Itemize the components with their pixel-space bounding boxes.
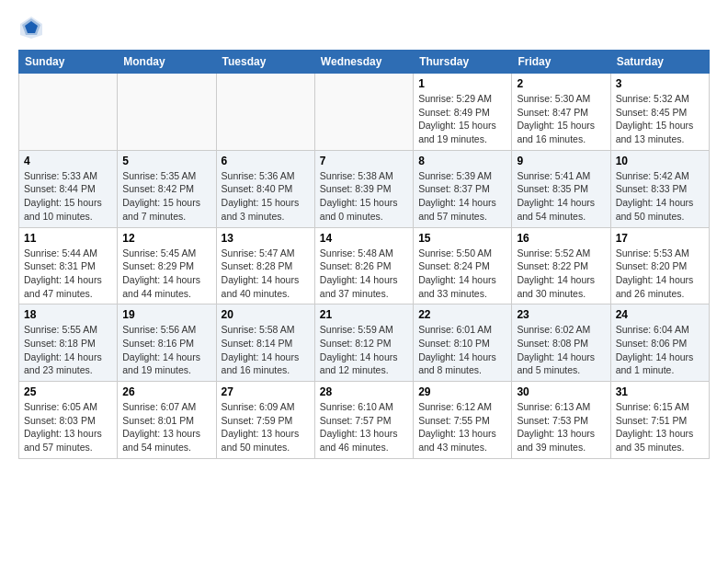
day-info: Sunrise: 5:35 AM Sunset: 8:42 PM Dayligh… bbox=[122, 169, 210, 224]
day-info: Sunrise: 5:48 AM Sunset: 8:26 PM Dayligh… bbox=[320, 247, 408, 301]
day-info: Sunrise: 5:29 AM Sunset: 8:49 PM Dayligh… bbox=[418, 92, 506, 146]
calendar-cell: 5Sunrise: 5:35 AM Sunset: 8:42 PM Daylig… bbox=[118, 150, 216, 227]
day-info: Sunrise: 5:42 AM Sunset: 8:33 PM Dayligh… bbox=[616, 169, 704, 224]
week-row-5: 25Sunrise: 6:05 AM Sunset: 8:03 PM Dayli… bbox=[19, 382, 710, 459]
week-row-1: 1Sunrise: 5:29 AM Sunset: 8:49 PM Daylig… bbox=[19, 74, 710, 151]
calendar-cell: 3Sunrise: 5:32 AM Sunset: 8:45 PM Daylig… bbox=[610, 74, 709, 151]
day-number: 15 bbox=[418, 232, 506, 245]
day-number: 31 bbox=[616, 385, 704, 398]
day-info: Sunrise: 6:07 AM Sunset: 8:01 PM Dayligh… bbox=[122, 400, 210, 454]
day-number: 22 bbox=[418, 308, 506, 321]
calendar-cell: 22Sunrise: 6:01 AM Sunset: 8:10 PM Dayli… bbox=[414, 304, 512, 382]
day-number: 25 bbox=[24, 385, 112, 398]
day-number: 12 bbox=[122, 232, 210, 245]
calendar-cell: 14Sunrise: 5:48 AM Sunset: 8:26 PM Dayli… bbox=[314, 227, 413, 304]
day-info: Sunrise: 6:02 AM Sunset: 8:08 PM Dayligh… bbox=[517, 323, 605, 377]
day-info: Sunrise: 5:52 AM Sunset: 8:22 PM Dayligh… bbox=[517, 247, 605, 301]
logo bbox=[18, 15, 48, 40]
logo-icon bbox=[18, 15, 44, 40]
calendar-cell: 20Sunrise: 5:58 AM Sunset: 8:14 PM Dayli… bbox=[216, 304, 314, 382]
day-info: Sunrise: 5:33 AM Sunset: 8:44 PM Dayligh… bbox=[24, 169, 112, 224]
day-number: 5 bbox=[122, 155, 210, 167]
calendar-cell: 2Sunrise: 5:30 AM Sunset: 8:47 PM Daylig… bbox=[512, 74, 610, 151]
day-number: 6 bbox=[222, 155, 310, 167]
week-row-2: 4Sunrise: 5:33 AM Sunset: 8:44 PM Daylig… bbox=[19, 150, 710, 227]
weekday-header-friday: Friday bbox=[512, 51, 610, 74]
calendar-cell: 13Sunrise: 5:47 AM Sunset: 8:28 PM Dayli… bbox=[216, 227, 314, 304]
day-number: 30 bbox=[517, 385, 605, 398]
calendar-cell: 24Sunrise: 6:04 AM Sunset: 8:06 PM Dayli… bbox=[610, 304, 709, 382]
calendar-cell: 16Sunrise: 5:52 AM Sunset: 8:22 PM Dayli… bbox=[512, 227, 610, 304]
page-header bbox=[18, 15, 710, 40]
day-info: Sunrise: 5:56 AM Sunset: 8:16 PM Dayligh… bbox=[122, 323, 210, 377]
day-info: Sunrise: 6:10 AM Sunset: 7:57 PM Dayligh… bbox=[320, 400, 408, 454]
weekday-header-wednesday: Wednesday bbox=[314, 51, 413, 74]
calendar-cell: 23Sunrise: 6:02 AM Sunset: 8:08 PM Dayli… bbox=[512, 304, 610, 382]
calendar-cell: 28Sunrise: 6:10 AM Sunset: 7:57 PM Dayli… bbox=[314, 382, 413, 459]
day-info: Sunrise: 5:32 AM Sunset: 8:45 PM Dayligh… bbox=[616, 92, 704, 146]
day-number: 18 bbox=[24, 308, 112, 321]
calendar-cell: 29Sunrise: 6:12 AM Sunset: 7:55 PM Dayli… bbox=[414, 382, 512, 459]
weekday-header-saturday: Saturday bbox=[610, 51, 709, 74]
day-number: 2 bbox=[517, 77, 605, 90]
day-number: 23 bbox=[517, 308, 605, 321]
day-info: Sunrise: 5:45 AM Sunset: 8:29 PM Dayligh… bbox=[122, 247, 210, 301]
day-info: Sunrise: 5:38 AM Sunset: 8:39 PM Dayligh… bbox=[320, 169, 408, 224]
day-info: Sunrise: 5:30 AM Sunset: 8:47 PM Dayligh… bbox=[517, 92, 605, 146]
weekday-header-row: SundayMondayTuesdayWednesdayThursdayFrid… bbox=[19, 51, 710, 74]
day-number: 17 bbox=[616, 232, 704, 245]
day-info: Sunrise: 6:13 AM Sunset: 7:53 PM Dayligh… bbox=[517, 400, 605, 454]
day-number: 3 bbox=[616, 77, 704, 90]
day-number: 13 bbox=[222, 232, 310, 245]
weekday-header-sunday: Sunday bbox=[19, 51, 118, 74]
calendar-cell: 1Sunrise: 5:29 AM Sunset: 8:49 PM Daylig… bbox=[414, 74, 512, 151]
day-number: 24 bbox=[616, 308, 704, 321]
week-row-3: 11Sunrise: 5:44 AM Sunset: 8:31 PM Dayli… bbox=[19, 227, 710, 304]
calendar-cell bbox=[216, 74, 314, 151]
day-info: Sunrise: 5:53 AM Sunset: 8:20 PM Dayligh… bbox=[616, 247, 704, 301]
calendar-table: SundayMondayTuesdayWednesdayThursdayFrid… bbox=[18, 50, 710, 459]
calendar-cell: 25Sunrise: 6:05 AM Sunset: 8:03 PM Dayli… bbox=[19, 382, 118, 459]
calendar-cell: 8Sunrise: 5:39 AM Sunset: 8:37 PM Daylig… bbox=[414, 150, 512, 227]
calendar-cell: 19Sunrise: 5:56 AM Sunset: 8:16 PM Dayli… bbox=[118, 304, 216, 382]
day-info: Sunrise: 6:04 AM Sunset: 8:06 PM Dayligh… bbox=[616, 323, 704, 377]
calendar-cell: 7Sunrise: 5:38 AM Sunset: 8:39 PM Daylig… bbox=[314, 150, 413, 227]
day-number: 8 bbox=[418, 155, 506, 167]
day-info: Sunrise: 5:44 AM Sunset: 8:31 PM Dayligh… bbox=[24, 247, 112, 301]
calendar-cell: 17Sunrise: 5:53 AM Sunset: 8:20 PM Dayli… bbox=[610, 227, 709, 304]
day-number: 21 bbox=[320, 308, 408, 321]
day-info: Sunrise: 5:59 AM Sunset: 8:12 PM Dayligh… bbox=[320, 323, 408, 377]
day-info: Sunrise: 5:36 AM Sunset: 8:40 PM Dayligh… bbox=[222, 169, 310, 224]
day-number: 16 bbox=[517, 232, 605, 245]
day-info: Sunrise: 5:55 AM Sunset: 8:18 PM Dayligh… bbox=[24, 323, 112, 377]
day-number: 29 bbox=[418, 385, 506, 398]
calendar-cell bbox=[19, 74, 118, 151]
calendar-cell: 31Sunrise: 6:15 AM Sunset: 7:51 PM Dayli… bbox=[610, 382, 709, 459]
day-number: 27 bbox=[222, 385, 310, 398]
weekday-header-monday: Monday bbox=[118, 51, 216, 74]
day-number: 19 bbox=[122, 308, 210, 321]
day-number: 7 bbox=[320, 155, 408, 167]
day-info: Sunrise: 6:15 AM Sunset: 7:51 PM Dayligh… bbox=[616, 400, 704, 454]
day-info: Sunrise: 5:39 AM Sunset: 8:37 PM Dayligh… bbox=[418, 169, 506, 224]
day-number: 10 bbox=[616, 155, 704, 167]
calendar-cell bbox=[118, 74, 216, 151]
day-info: Sunrise: 5:41 AM Sunset: 8:35 PM Dayligh… bbox=[517, 169, 605, 224]
day-info: Sunrise: 5:47 AM Sunset: 8:28 PM Dayligh… bbox=[222, 247, 310, 301]
day-info: Sunrise: 6:01 AM Sunset: 8:10 PM Dayligh… bbox=[418, 323, 506, 377]
calendar-cell: 27Sunrise: 6:09 AM Sunset: 7:59 PM Dayli… bbox=[216, 382, 314, 459]
day-info: Sunrise: 6:09 AM Sunset: 7:59 PM Dayligh… bbox=[222, 400, 310, 454]
day-number: 28 bbox=[320, 385, 408, 398]
day-info: Sunrise: 6:05 AM Sunset: 8:03 PM Dayligh… bbox=[24, 400, 112, 454]
day-number: 9 bbox=[517, 155, 605, 167]
day-info: Sunrise: 6:12 AM Sunset: 7:55 PM Dayligh… bbox=[418, 400, 506, 454]
calendar-cell: 26Sunrise: 6:07 AM Sunset: 8:01 PM Dayli… bbox=[118, 382, 216, 459]
day-number: 1 bbox=[418, 77, 506, 90]
calendar-cell: 6Sunrise: 5:36 AM Sunset: 8:40 PM Daylig… bbox=[216, 150, 314, 227]
day-number: 26 bbox=[122, 385, 210, 398]
calendar-cell: 18Sunrise: 5:55 AM Sunset: 8:18 PM Dayli… bbox=[19, 304, 118, 382]
weekday-header-tuesday: Tuesday bbox=[216, 51, 314, 74]
calendar-cell: 12Sunrise: 5:45 AM Sunset: 8:29 PM Dayli… bbox=[118, 227, 216, 304]
calendar-cell: 9Sunrise: 5:41 AM Sunset: 8:35 PM Daylig… bbox=[512, 150, 610, 227]
day-number: 14 bbox=[320, 232, 408, 245]
